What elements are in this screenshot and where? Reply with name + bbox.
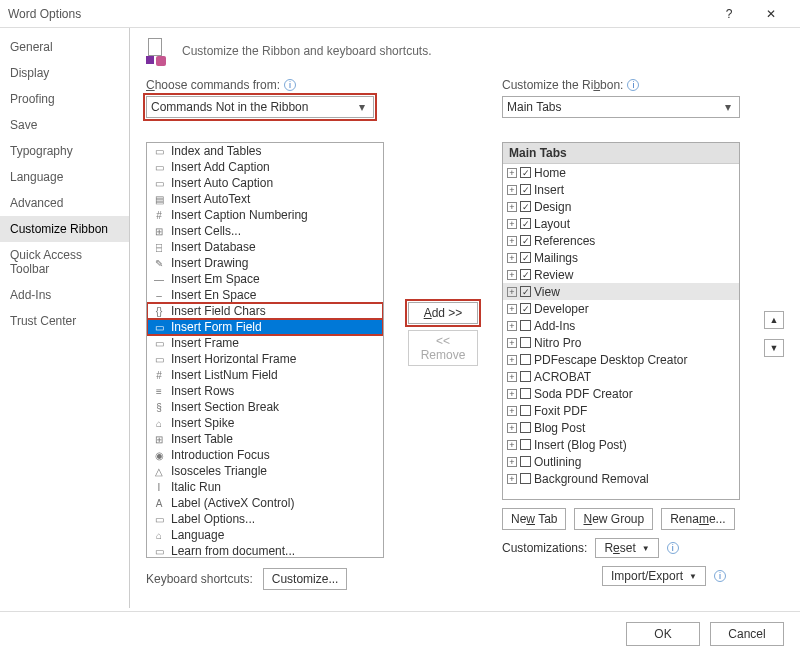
info-icon[interactable]: i <box>667 542 679 554</box>
tab-checkbox[interactable] <box>520 439 531 450</box>
tab-checkbox[interactable] <box>520 286 531 297</box>
sidebar-item-qat[interactable]: Quick Access Toolbar <box>0 242 129 282</box>
tab-tree-item[interactable]: +References <box>503 232 739 249</box>
tab-checkbox[interactable] <box>520 388 531 399</box>
tab-tree-item[interactable]: +Add-Ins <box>503 317 739 334</box>
expand-icon[interactable]: + <box>507 406 517 416</box>
expand-icon[interactable]: + <box>507 219 517 229</box>
tab-tree-item[interactable]: +PDFescape Desktop Creator <box>503 351 739 368</box>
tab-checkbox[interactable] <box>520 337 531 348</box>
sidebar-item-typography[interactable]: Typography <box>0 138 129 164</box>
command-item[interactable]: —Insert Em Space <box>147 271 383 287</box>
expand-icon[interactable]: + <box>507 168 517 178</box>
commands-listbox[interactable]: ▭Index and Tables▭Insert Add Caption▭Ins… <box>146 142 384 558</box>
move-up-button[interactable]: ▲ <box>764 311 784 329</box>
sidebar-item-language[interactable]: Language <box>0 164 129 190</box>
command-item[interactable]: ◉Introduction Focus <box>147 447 383 463</box>
tab-checkbox[interactable] <box>520 320 531 331</box>
tab-checkbox[interactable] <box>520 473 531 484</box>
tab-checkbox[interactable] <box>520 405 531 416</box>
command-item[interactable]: ⌸Insert Database <box>147 239 383 255</box>
expand-icon[interactable]: + <box>507 355 517 365</box>
command-item[interactable]: ▭Insert Auto Caption <box>147 175 383 191</box>
new-group-button[interactable]: New Group <box>574 508 653 530</box>
tab-checkbox[interactable] <box>520 371 531 382</box>
tab-checkbox[interactable] <box>520 218 531 229</box>
sidebar-item-save[interactable]: Save <box>0 112 129 138</box>
command-item[interactable]: ≡Insert Rows <box>147 383 383 399</box>
command-item[interactable]: ⌂Insert Spike <box>147 415 383 431</box>
customize-shortcuts-button[interactable]: Customize... <box>263 568 348 590</box>
tab-tree-item[interactable]: +Mailings <box>503 249 739 266</box>
command-item[interactable]: ▤Insert AutoText <box>147 191 383 207</box>
reset-button[interactable]: Reset▼ <box>595 538 658 558</box>
expand-icon[interactable]: + <box>507 457 517 467</box>
sidebar-item-advanced[interactable]: Advanced <box>0 190 129 216</box>
move-down-button[interactable]: ▼ <box>764 339 784 357</box>
sidebar-item-general[interactable]: General <box>0 34 129 60</box>
command-item[interactable]: ⌂Language <box>147 527 383 543</box>
tab-checkbox[interactable] <box>520 422 531 433</box>
info-icon[interactable]: i <box>284 79 296 91</box>
expand-icon[interactable]: + <box>507 253 517 263</box>
tab-tree-item[interactable]: +Soda PDF Creator <box>503 385 739 402</box>
expand-icon[interactable]: + <box>507 389 517 399</box>
command-item[interactable]: △Isosceles Triangle <box>147 463 383 479</box>
tab-checkbox[interactable] <box>520 456 531 467</box>
command-item[interactable]: {}Insert Field Chars <box>147 303 383 319</box>
command-item[interactable]: –Insert En Space <box>147 287 383 303</box>
sidebar-item-proofing[interactable]: Proofing <box>0 86 129 112</box>
tab-tree-item[interactable]: +Design <box>503 198 739 215</box>
tab-checkbox[interactable] <box>520 252 531 263</box>
tab-checkbox[interactable] <box>520 235 531 246</box>
tab-tree-item[interactable]: +Background Removal <box>503 470 739 487</box>
sidebar-item-addins[interactable]: Add-Ins <box>0 282 129 308</box>
expand-icon[interactable]: + <box>507 185 517 195</box>
ok-button[interactable]: OK <box>626 622 700 646</box>
expand-icon[interactable]: + <box>507 287 517 297</box>
expand-icon[interactable]: + <box>507 372 517 382</box>
command-item[interactable]: #Insert ListNum Field <box>147 367 383 383</box>
tab-checkbox[interactable] <box>520 167 531 178</box>
close-button[interactable]: ✕ <box>750 0 792 28</box>
command-item[interactable]: #Insert Caption Numbering <box>147 207 383 223</box>
tab-tree-item[interactable]: +Home <box>503 164 739 181</box>
tab-checkbox[interactable] <box>520 354 531 365</box>
expand-icon[interactable]: + <box>507 338 517 348</box>
command-item[interactable]: ▭Insert Frame <box>147 335 383 351</box>
expand-icon[interactable]: + <box>507 202 517 212</box>
tab-tree-item[interactable]: +Foxit PDF <box>503 402 739 419</box>
tab-tree-item[interactable]: +Blog Post <box>503 419 739 436</box>
info-icon[interactable]: i <box>627 79 639 91</box>
expand-icon[interactable]: + <box>507 270 517 280</box>
tab-tree-item[interactable]: +Nitro Pro <box>503 334 739 351</box>
command-item[interactable]: IItalic Run <box>147 479 383 495</box>
command-item[interactable]: ⊞Insert Cells... <box>147 223 383 239</box>
info-icon[interactable]: i <box>714 570 726 582</box>
tab-tree-item[interactable]: +View <box>503 283 739 300</box>
expand-icon[interactable]: + <box>507 423 517 433</box>
tab-tree-item[interactable]: +Review <box>503 266 739 283</box>
command-item[interactable]: ▭Insert Form Field <box>147 319 383 335</box>
expand-icon[interactable]: + <box>507 236 517 246</box>
expand-icon[interactable]: + <box>507 440 517 450</box>
cancel-button[interactable]: Cancel <box>710 622 784 646</box>
import-export-button[interactable]: Import/Export▼ <box>602 566 706 586</box>
tab-tree-item[interactable]: +Insert (Blog Post) <box>503 436 739 453</box>
add-button[interactable]: Add >> <box>408 302 478 324</box>
command-item[interactable]: ▭Insert Horizontal Frame <box>147 351 383 367</box>
expand-icon[interactable]: + <box>507 321 517 331</box>
sidebar-item-customize-ribbon[interactable]: Customize Ribbon <box>0 216 129 242</box>
command-item[interactable]: ▭Index and Tables <box>147 143 383 159</box>
expand-icon[interactable]: + <box>507 304 517 314</box>
command-item[interactable]: ▭Insert Add Caption <box>147 159 383 175</box>
tab-tree-item[interactable]: +Layout <box>503 215 739 232</box>
tab-checkbox[interactable] <box>520 303 531 314</box>
expand-icon[interactable]: + <box>507 474 517 484</box>
tab-tree-item[interactable]: +ACROBAT <box>503 368 739 385</box>
sidebar-item-trust-center[interactable]: Trust Center <box>0 308 129 334</box>
command-item[interactable]: ▭Learn from document... <box>147 543 383 557</box>
commands-from-select[interactable]: Commands Not in the Ribbon ▾ <box>146 96 374 118</box>
command-item[interactable]: ALabel (ActiveX Control) <box>147 495 383 511</box>
tab-checkbox[interactable] <box>520 269 531 280</box>
